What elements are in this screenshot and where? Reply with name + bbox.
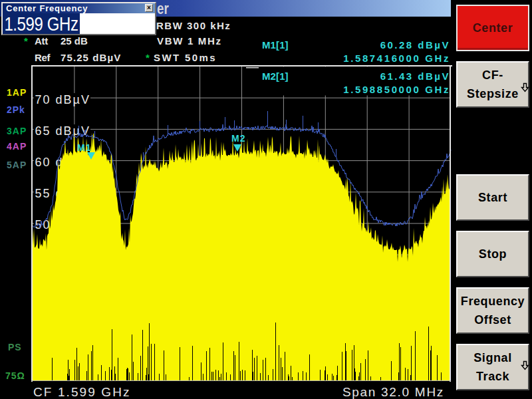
- svg-text:70 dBµV: 70 dBµV: [35, 93, 90, 106]
- svg-text:M2: M2: [231, 133, 245, 144]
- svg-text:M1: M1: [77, 142, 91, 153]
